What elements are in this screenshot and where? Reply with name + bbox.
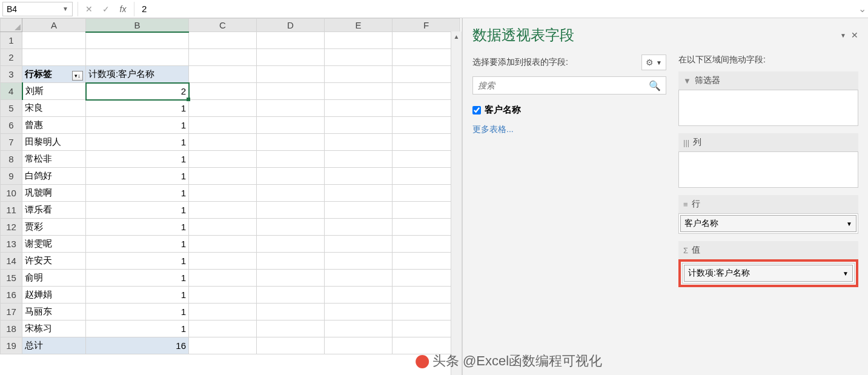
cell[interactable]: 1 [86, 304, 189, 320]
search-input[interactable] [478, 81, 649, 90]
row-header[interactable]: 6 [1, 117, 22, 134]
chevron-down-icon[interactable]: ▼ [843, 270, 849, 277]
column-header[interactable]: E [325, 19, 393, 32]
row-header[interactable]: 16 [1, 287, 22, 304]
cell[interactable] [257, 320, 325, 337]
cell[interactable]: 1 [86, 168, 189, 185]
row-header[interactable]: 4 [1, 83, 22, 100]
cell[interactable] [189, 337, 257, 354]
cell[interactable] [325, 100, 393, 117]
row-header[interactable]: 10 [1, 185, 22, 202]
cell[interactable] [189, 32, 257, 49]
scroll-up-icon[interactable]: ▲ [451, 32, 462, 42]
row-header[interactable]: 1 [1, 32, 22, 49]
chevron-down-icon[interactable]: ▼ [846, 221, 852, 227]
cell[interactable] [257, 253, 325, 270]
cell[interactable]: 1 [86, 320, 189, 337]
cell[interactable] [325, 134, 393, 151]
cell[interactable]: 赵婵娟 [22, 287, 86, 304]
cell[interactable]: 1 [86, 100, 189, 117]
cell[interactable] [189, 117, 257, 134]
cell[interactable]: 1 [86, 202, 189, 219]
cell[interactable] [189, 100, 257, 117]
cell[interactable] [325, 320, 393, 337]
row-header[interactable]: 19 [1, 337, 22, 354]
cell[interactable]: 1 [86, 236, 189, 253]
cell[interactable] [257, 117, 325, 134]
cell[interactable]: 曾惠 [22, 117, 86, 134]
cell[interactable] [393, 337, 460, 354]
cell[interactable] [325, 117, 393, 134]
cell[interactable]: 马丽东 [22, 304, 86, 320]
row-field-chip[interactable]: 客户名称 ▼ [680, 215, 856, 232]
column-header[interactable]: C [189, 19, 257, 32]
cell[interactable] [393, 66, 460, 83]
cell[interactable] [393, 32, 460, 49]
cell[interactable]: 许安天 [22, 253, 86, 270]
cell[interactable] [189, 287, 257, 304]
cell[interactable] [257, 83, 325, 100]
cell[interactable]: 宋良 [22, 100, 86, 117]
cell[interactable] [257, 49, 325, 66]
cell[interactable] [325, 304, 393, 320]
row-header[interactable]: 14 [1, 253, 22, 270]
cell[interactable] [257, 270, 325, 287]
row-header[interactable]: 17 [1, 304, 22, 320]
field-checkbox[interactable] [472, 106, 481, 114]
cell[interactable]: 1 [86, 117, 189, 134]
cell[interactable] [189, 304, 257, 320]
cell[interactable] [257, 185, 325, 202]
cell[interactable] [257, 32, 325, 49]
value-field-chip[interactable]: 计数项:客户名称 ▼ [684, 265, 853, 282]
cell[interactable] [22, 49, 86, 66]
cell[interactable]: 1 [86, 270, 189, 287]
cell[interactable]: 16 [86, 337, 189, 354]
cell[interactable] [393, 117, 460, 134]
cell[interactable] [189, 202, 257, 219]
row-header[interactable]: 18 [1, 320, 22, 337]
cell[interactable]: 行标签▾↓ [22, 66, 86, 83]
cell[interactable]: 2 [86, 83, 189, 100]
row-header[interactable]: 15 [1, 270, 22, 287]
cell[interactable]: 1 [86, 253, 189, 270]
cell[interactable] [257, 151, 325, 168]
column-header[interactable]: D [257, 19, 325, 32]
cell[interactable] [86, 49, 189, 66]
name-box[interactable]: B4 ▼ [2, 2, 73, 16]
cell[interactable] [393, 151, 460, 168]
cell[interactable] [325, 287, 393, 304]
cell[interactable] [393, 320, 460, 337]
cell[interactable] [393, 270, 460, 287]
cell[interactable] [22, 32, 86, 49]
cell[interactable] [189, 49, 257, 66]
cancel-button[interactable]: ✕ [81, 2, 98, 16]
cell[interactable]: 刘斯 [22, 83, 86, 100]
row-header[interactable]: 11 [1, 202, 22, 219]
expand-formula-bar-icon[interactable]: ⌄ [856, 3, 868, 15]
cell[interactable] [189, 270, 257, 287]
cell[interactable] [393, 100, 460, 117]
cell[interactable]: 谢雯呢 [22, 236, 86, 253]
row-header[interactable]: 9 [1, 168, 22, 185]
cell[interactable] [393, 185, 460, 202]
cell[interactable] [325, 253, 393, 270]
cell[interactable] [393, 304, 460, 320]
insert-function-button[interactable]: fx [114, 2, 131, 16]
cell[interactable]: 巩虢啊 [22, 185, 86, 202]
cell[interactable]: 1 [86, 287, 189, 304]
cell[interactable] [189, 83, 257, 100]
cell[interactable] [325, 270, 393, 287]
cell[interactable]: 1 [86, 219, 189, 236]
cell[interactable]: 总计 [22, 337, 86, 354]
more-tables-link[interactable]: 更多表格... [472, 124, 666, 135]
cell[interactable] [393, 49, 460, 66]
cell[interactable] [325, 168, 393, 185]
cell[interactable] [257, 236, 325, 253]
cell[interactable] [257, 304, 325, 320]
filters-drop-area[interactable] [678, 90, 858, 126]
cell[interactable]: 常松非 [22, 151, 86, 168]
cell[interactable] [189, 253, 257, 270]
filter-dropdown-icon[interactable]: ▾↓ [72, 71, 83, 81]
cell[interactable] [393, 236, 460, 253]
cell[interactable] [257, 202, 325, 219]
